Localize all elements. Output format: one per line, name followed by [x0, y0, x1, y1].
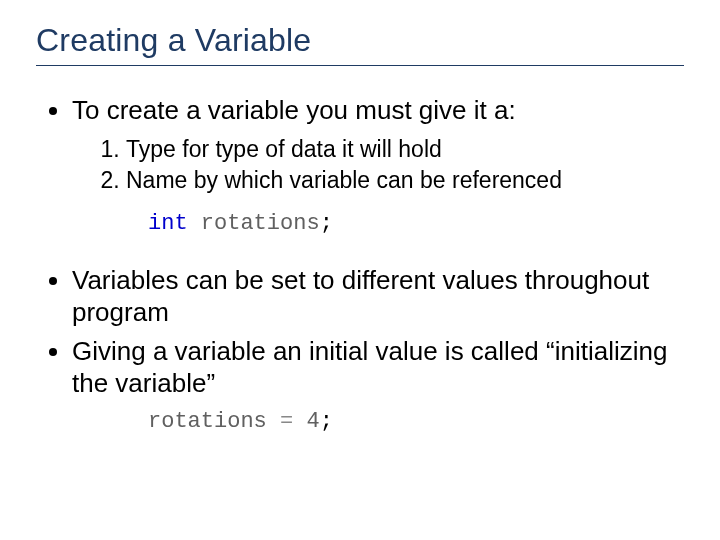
- slide-title: Creating a Variable: [36, 22, 684, 59]
- slide: Creating a Variable To create a variable…: [0, 0, 720, 540]
- code-operator: =: [280, 409, 293, 434]
- code-example-declaration: int rotations;: [148, 210, 684, 238]
- bullet-text: Giving a variable an initial value is ca…: [72, 336, 667, 399]
- bullet-item: Giving a variable an initial value is ca…: [72, 335, 684, 436]
- code-example-initialization: rotations = 4;: [148, 408, 684, 436]
- bullet-text: To create a variable you must give it a:: [72, 95, 516, 125]
- code-semicolon: ;: [320, 211, 333, 236]
- sublist-item: Type for type of data it will hold: [126, 135, 684, 165]
- code-identifier: rotations: [201, 211, 320, 236]
- title-divider: [36, 65, 684, 66]
- code-keyword: int: [148, 211, 188, 236]
- numbered-sublist: Type for type of data it will hold Name …: [72, 135, 684, 197]
- code-identifier: rotations: [148, 409, 267, 434]
- code-semicolon: ;: [320, 409, 333, 434]
- code-number: 4: [306, 409, 319, 434]
- sublist-item: Name by which variable can be referenced: [126, 166, 684, 196]
- bullet-item: Variables can be set to different values…: [72, 264, 684, 329]
- bullet-item: To create a variable you must give it a:…: [72, 94, 684, 238]
- bullet-list: To create a variable you must give it a:…: [36, 94, 684, 435]
